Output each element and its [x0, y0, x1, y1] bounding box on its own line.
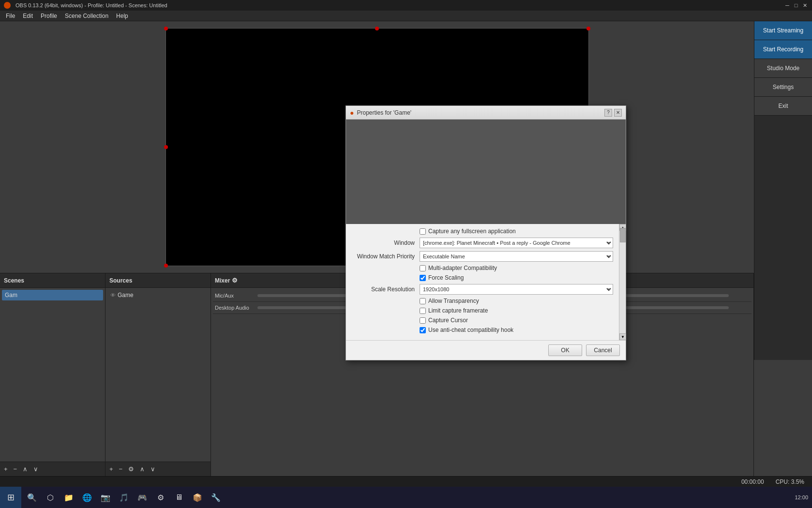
sources-title: Sources — [109, 277, 132, 284]
sources-content: 👁 Game — [105, 288, 211, 462]
fullscreen-checkbox-label: Capture any fullscreen application — [420, 228, 613, 235]
studio-mode-button[interactable]: Studio Mode — [754, 59, 812, 78]
scene-add-button[interactable]: + — [2, 464, 10, 474]
properties-dialog: ● Properties for 'Game' ? ✕ Capture any … — [346, 105, 626, 360]
transparency-checkbox[interactable] — [420, 298, 426, 304]
taskbar-search-icon[interactable]: 🔍 — [23, 487, 41, 508]
scenes-panel: Scenes Gam + − ∧ ∨ — [0, 273, 105, 476]
taskbar-app3-icon[interactable]: 🎮 — [134, 487, 151, 508]
mixer-gear-icon[interactable]: ⚙ — [232, 277, 238, 284]
window-select-wrap: [chrome.exe]: Planet Minecraft • Post a … — [420, 238, 613, 248]
limit-checkbox[interactable] — [420, 308, 426, 314]
taskbar-icons: 🔍 ⬡ 📁 🌐 📷 🎵 🎮 ⚙ 🖥 📦 🔧 — [21, 487, 226, 508]
dialog-titlebar: ● Properties for 'Game' ? ✕ — [346, 106, 626, 120]
dialog-obs-icon: ● — [350, 109, 354, 117]
minimize-button[interactable]: ─ — [784, 2, 791, 9]
sources-header: Sources — [105, 273, 211, 288]
start-button[interactable]: ⊞ — [0, 487, 21, 508]
prop-row-transparency: Allow Transparency — [352, 298, 613, 304]
scene-label: Gam — [5, 292, 17, 299]
menu-help[interactable]: Help — [112, 12, 132, 20]
handle-top-center[interactable] — [375, 27, 379, 30]
prop-row-fullscreen: Capture any fullscreen application — [352, 228, 613, 235]
scene-up-button[interactable]: ∧ — [21, 464, 30, 474]
start-streaming-button[interactable]: Start Streaming — [754, 21, 812, 40]
source-up-button[interactable]: ∧ — [138, 464, 147, 474]
multi-checkbox-label: Multi-adapter Compatibility — [420, 265, 613, 271]
scene-remove-button[interactable]: − — [12, 464, 19, 474]
menu-scene-collection[interactable]: Scene Collection — [61, 12, 112, 20]
taskbar-app7-icon[interactable]: 🔧 — [207, 487, 225, 508]
scale-select-wrap: 1920x1080 — [420, 284, 613, 295]
title-bar: OBS 0.13.2 (64bit, windows) - Profile: U… — [0, 0, 812, 11]
handle-top-left[interactable] — [164, 27, 168, 30]
source-down-button[interactable]: ∨ — [149, 464, 157, 474]
anticheat-checkbox[interactable] — [420, 327, 426, 333]
scale-select[interactable]: 1920x1080 — [420, 284, 613, 295]
multi-label: Multi-adapter Compatibility — [428, 265, 497, 271]
right-sidebar: Start Streaming Start Recording Studio M… — [754, 21, 812, 360]
scrollbar-down-button[interactable]: ▼ — [619, 333, 626, 340]
dialog-titlebar-controls[interactable]: ? ✕ — [604, 109, 622, 117]
taskbar-app2-icon[interactable]: 🎵 — [115, 487, 133, 508]
match-select[interactable]: Executable Name — [420, 251, 613, 262]
prop-control-multi: Multi-adapter Compatibility — [420, 265, 613, 271]
maximize-button[interactable]: □ — [793, 2, 799, 9]
match-select-wrap: Executable Name — [420, 251, 613, 262]
taskbar-app6-icon[interactable]: 📦 — [189, 487, 206, 508]
taskbar-chrome-icon[interactable]: 🌐 — [78, 487, 96, 508]
cancel-button[interactable]: Cancel — [586, 344, 620, 356]
mixer-desktop-label: Desktop Audio — [215, 305, 254, 311]
start-icon: ⊞ — [7, 492, 15, 503]
transparency-checkbox-label: Allow Transparency — [420, 298, 613, 304]
prop-row-match: Window Match Priority Executable Name — [352, 251, 613, 262]
taskbar-cortana-icon[interactable]: ⬡ — [42, 487, 59, 508]
dialog-help-button[interactable]: ? — [604, 109, 612, 117]
handle-top-right[interactable] — [586, 27, 590, 30]
scenes-header: Scenes — [0, 273, 105, 288]
taskbar-app1-icon[interactable]: 📷 — [97, 487, 114, 508]
source-item-game[interactable]: 👁 Game — [107, 290, 209, 300]
taskbar-app4-icon[interactable]: ⚙ — [152, 487, 169, 508]
window-title: OBS 0.13.2 (64bit, windows) - Profile: U… — [15, 2, 167, 8]
scrollbar-thumb[interactable] — [620, 228, 626, 242]
taskbar-explorer-icon[interactable]: 📁 — [60, 487, 77, 508]
dialog-close-button[interactable]: ✕ — [614, 109, 622, 117]
dialog-scrollbar[interactable]: ▲ ▼ — [619, 224, 626, 340]
eye-icon: 👁 — [110, 292, 116, 298]
dialog-footer: OK Cancel — [346, 340, 626, 360]
transparency-label: Allow Transparency — [428, 298, 479, 304]
handle-bottom-left[interactable] — [164, 264, 168, 268]
ok-button[interactable]: OK — [548, 344, 582, 356]
source-remove-button[interactable]: − — [117, 464, 125, 474]
menu-edit[interactable]: Edit — [19, 12, 37, 20]
menu-file[interactable]: File — [2, 12, 19, 20]
cursor-checkbox-label: Capture Cursor — [420, 317, 613, 324]
window-select[interactable]: [chrome.exe]: Planet Minecraft • Post a … — [420, 238, 613, 248]
close-button[interactable]: ✕ — [801, 2, 808, 9]
prop-row-force: Force Scaling — [352, 274, 613, 281]
scene-down-button[interactable]: ∨ — [31, 464, 40, 474]
dialog-titlebar-left: ● Properties for 'Game' — [350, 109, 411, 117]
taskbar: ⊞ 🔍 ⬡ 📁 🌐 📷 🎵 🎮 ⚙ 🖥 📦 🔧 12:00 — [0, 487, 812, 508]
start-recording-button[interactable]: Start Recording — [754, 40, 812, 59]
multi-checkbox[interactable] — [420, 265, 426, 271]
fullscreen-checkbox[interactable] — [420, 228, 426, 235]
settings-button[interactable]: Settings — [754, 78, 812, 97]
source-settings-button[interactable]: ⚙ — [126, 464, 136, 474]
handle-mid-left[interactable] — [164, 145, 168, 149]
prop-control-anticheat: Use anti-cheat compatibility hook — [420, 327, 613, 333]
title-bar-controls[interactable]: ─ □ ✕ — [784, 2, 808, 9]
cursor-checkbox[interactable] — [420, 317, 426, 324]
prop-control-fullscreen: Capture any fullscreen application — [420, 228, 613, 235]
menu-profile[interactable]: Profile — [37, 12, 61, 20]
force-scaling-checkbox[interactable] — [420, 275, 426, 281]
scenes-title: Scenes — [4, 277, 24, 284]
taskbar-app5-icon[interactable]: 🖥 — [170, 487, 188, 508]
title-bar-left: OBS 0.13.2 (64bit, windows) - Profile: U… — [4, 2, 167, 9]
sources-footer: + − ⚙ ∧ ∨ — [105, 462, 211, 476]
source-add-button[interactable]: + — [107, 464, 115, 474]
scene-item-game[interactable]: Gam — [2, 290, 103, 300]
limit-label: Limit capture framerate — [428, 307, 488, 314]
exit-button[interactable]: Exit — [754, 97, 812, 116]
